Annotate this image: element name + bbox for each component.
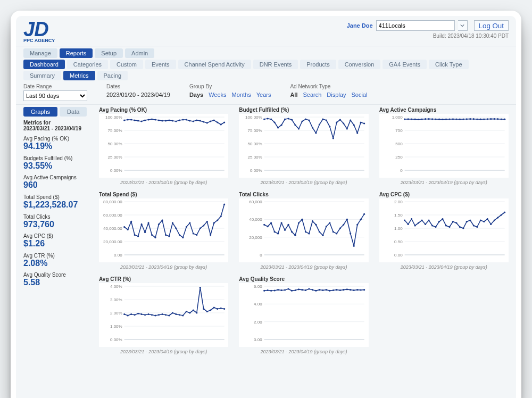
svg-text:40,000: 40,000 [250,218,263,222]
metric-label: Avg CTR (%) [23,253,93,259]
chart-total-clicks: 020,00040,00060,000 [239,198,368,262]
account-select-caret[interactable] [458,20,468,31]
chart-caption: 2023/03/21 - 2023/04/19 (group by days) [379,180,509,185]
tab-admin[interactable]: Admin [125,48,154,58]
metric-label: Avg Active Campaigns [23,175,93,180]
chart-caption: 2023/03/21 - 2023/04/19 (group by days) [239,180,368,185]
svg-text:25.00%: 25.00% [248,155,262,160]
tab-custom[interactable]: Custom [110,60,143,69]
tab-pacing[interactable]: Pacing [97,71,128,80]
user-name-link[interactable]: Jane Doe [347,22,373,29]
tab-channel-spend-activity[interactable]: Channel Spend Activity [178,60,251,69]
tab-products[interactable]: Products [300,60,336,69]
tab-click-type[interactable]: Click Type [429,60,469,69]
svg-text:20,000.00: 20,000.00 [103,239,122,244]
tab-events[interactable]: Events [145,60,176,69]
chart-title: Avg Active Campaigns [379,107,509,113]
chart-title: Avg Pacing (% OK) [99,107,228,113]
svg-text:0.00: 0.00 [114,253,122,258]
logo: JD PPC AGENCY [23,20,55,43]
tab-data[interactable]: Data [60,107,87,117]
svg-text:1.50: 1.50 [394,213,403,218]
tab-graphs[interactable]: Graphs [23,107,57,117]
chart-title: Total Clicks [239,192,368,197]
svg-text:0.50: 0.50 [394,239,403,244]
toggle-social[interactable]: Social [351,92,367,98]
dates-value: 2023/01/20 - 2023/04/19 [106,90,170,98]
svg-text:750: 750 [395,128,403,133]
filter-label-adnetwork: Ad Network Type [290,84,367,89]
chart-title: Total Spend ($) [99,192,228,197]
chart-avg-quality-score: 0.002.004.006.00 [239,283,368,347]
filter-label-date-range: Date Range [23,84,87,89]
svg-text:0: 0 [400,168,403,173]
tab-setup[interactable]: Setup [95,48,123,58]
metric-label: Avg CPC ($) [23,233,93,239]
svg-text:50.00%: 50.00% [248,142,262,146]
metric-label: Avg Pacing (% OK) [23,136,93,142]
toggle-days[interactable]: Days [189,92,203,98]
svg-text:2.00: 2.00 [254,320,262,325]
filter-label-groupby: Group By [189,84,271,89]
svg-text:1.00%: 1.00% [110,324,122,329]
metric-value: 2.08% [23,259,93,268]
chart-caption: 2023/03/21 - 2023/04/19 (group by days) [99,264,228,270]
chart-caption: 2023/03/21 - 2023/04/19 (group by days) [239,264,368,270]
svg-text:4.00%: 4.00% [110,284,122,289]
metric-value: 5.58 [23,278,93,287]
tab-manage[interactable]: Manage [23,48,57,58]
tab-conversion[interactable]: Conversion [338,60,381,69]
filter-label-dates: Dates [106,84,170,89]
toggle-all[interactable]: All [290,92,297,98]
svg-text:1.00: 1.00 [394,226,403,231]
logo-subtext: PPC AGENCY [23,38,55,43]
tab-reports[interactable]: Reports [60,48,93,58]
svg-text:40,000.00: 40,000.00 [103,226,122,231]
metric-value: 94.19% [23,142,93,151]
svg-text:60,000: 60,000 [250,200,263,204]
chart-avg-pacing-ok-: 0.00%25.00%50.00%75.00%100.00% [99,114,228,178]
svg-text:250: 250 [395,155,403,160]
toggle-months[interactable]: Months [232,92,251,98]
svg-text:100.00%: 100.00% [245,115,262,120]
svg-text:80,000.00: 80,000.00 [103,200,122,204]
chart-caption: 2023/03/21 - 2023/04/19 (group by days) [239,349,368,354]
metrics-date-range[interactable]: 2023/03/21 - 2023/04/19 [23,126,81,131]
chart-caption: 2023/03/21 - 2023/04/19 (group by days) [379,264,509,270]
build-stamp: Build: 2023/04/18 10:30:40 PDT [433,33,509,39]
chart-title: Budget Fulfilled (%) [239,107,368,113]
chart-caption: 2023/03/21 - 2023/04/19 (group by days) [99,180,228,185]
account-select[interactable] [376,20,455,31]
date-range-select[interactable]: Last 90 days [23,90,87,101]
toggle-search[interactable]: Search [303,92,321,98]
chart-avg-cpc-: 0.000.501.001.502.00 [379,198,509,262]
metric-value: 973,760 [23,220,93,229]
tab-metrics[interactable]: Metrics [63,71,95,80]
chart-caption: 2023/03/21 - 2023/04/19 (group by days) [99,349,228,354]
chart-avg-active-campaigns: 02505007501,000 [379,114,509,178]
svg-text:60,000.00: 60,000.00 [103,213,122,218]
chart-title: Avg CPC ($) [379,192,509,197]
tab-summary[interactable]: Summary [23,71,61,80]
toggle-years[interactable]: Years [256,92,271,98]
metric-value: 93.55% [23,161,93,171]
metrics-title: Metrics for 2023/03/21 - 2023/04/19 [23,120,93,131]
metric-value: 960 [23,180,93,190]
svg-text:50.00%: 50.00% [108,142,122,146]
svg-text:6.00: 6.00 [254,284,262,289]
svg-text:75.00%: 75.00% [108,128,122,133]
tab-dashboard[interactable]: Dashboard [23,60,65,69]
chart-avg-ctr-: 0.00%1.00%2.00%3.00%4.00% [99,283,228,347]
logout-button[interactable]: Log Out [474,20,509,31]
metric-label: Total Spend ($) [23,194,93,200]
svg-text:2.00%: 2.00% [110,311,122,316]
toggle-weeks[interactable]: Weeks [209,92,226,98]
tab-dnr-events[interactable]: DNR Events [253,60,298,69]
svg-text:500: 500 [395,142,403,146]
toggle-display[interactable]: Display [327,92,346,98]
svg-text:75.00%: 75.00% [248,128,262,133]
metric-value: $1.26 [23,239,93,248]
tab-ga4-events[interactable]: GA4 Events [383,60,427,69]
metric-label: Total Clicks [23,214,93,220]
tab-categories[interactable]: Categories [67,60,108,69]
